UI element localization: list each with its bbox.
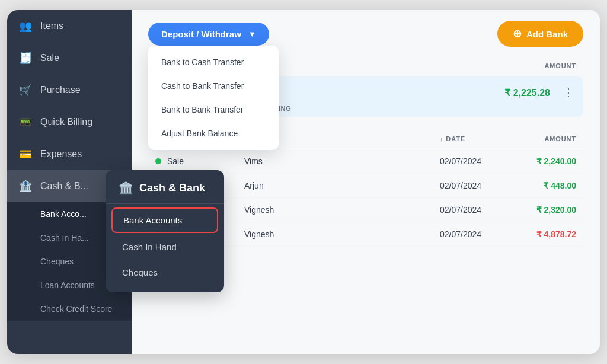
expenses-icon: 💳	[19, 148, 32, 161]
cashbank-popup-items: Bank AccountsCash In HandCheques	[106, 207, 224, 285]
tx-amount: ₹ 2,320.00	[517, 205, 576, 215]
sidebar-item-expenses[interactable]: 💳 Expenses	[7, 138, 132, 170]
tx-amount: ₹ 4,878.72	[517, 229, 576, 239]
sidebar-item-purchase[interactable]: 🛒 Purchase	[7, 74, 132, 106]
cashbank-popup-item-bank-accounts[interactable]: Bank Accounts	[111, 207, 218, 233]
add-bank-label: Add Bank	[526, 29, 568, 39]
cashbank-popup-header: 🏛️ Cash & Bank	[106, 181, 224, 204]
cashbank-popup: 🏛️ Cash & Bank Bank AccountsCash In Hand…	[106, 170, 224, 292]
tx-type: Sale	[167, 157, 244, 166]
plus-circle-icon: ⊕	[513, 27, 522, 40]
dropdown-bank-to-bank[interactable]: Bank to Bank Transfer	[148, 98, 279, 122]
cashbank-popup-title: Cash & Bank	[139, 182, 205, 194]
sidebar-item-cash-bank-label: Cash & B...	[40, 181, 88, 191]
tx-date: 02/07/2024	[440, 229, 517, 239]
cash-bank-icon: 🏦	[19, 180, 32, 193]
tx-name: Vims	[244, 157, 440, 166]
sidebar-item-purchase-label: Purchase	[40, 85, 81, 95]
sidebar-sub-check-credit-score[interactable]: Check Credit Score	[7, 297, 132, 321]
tx-name: Vignesh	[244, 229, 440, 239]
tx-name: Arjun	[244, 181, 440, 190]
tx-amount: ₹ 448.00	[517, 181, 576, 190]
app-container: 👥 Items 🧾 Sale 🛒 Purchase 📟 Quick Billin…	[7, 10, 600, 354]
dropdown-adjust-balance[interactable]: Adjust Bank Balance	[148, 122, 279, 145]
items-icon: 👥	[19, 20, 32, 33]
add-bank-button[interactable]: ⊕ Add Bank	[497, 21, 583, 47]
chevron-down-icon: ▼	[248, 30, 256, 39]
sidebar-item-items[interactable]: 👥 Items	[7, 10, 132, 42]
tx-date: 02/07/2024	[440, 181, 517, 190]
cashbank-popup-item-cheques[interactable]: Cheques	[106, 260, 224, 285]
sidebar-item-sale-label: Sale	[40, 53, 59, 63]
sidebar-item-sale[interactable]: 🧾 Sale	[7, 42, 132, 74]
dropdown-bank-to-cash[interactable]: Bank to Cash Transfer	[148, 50, 279, 74]
sidebar-item-expenses-label: Expenses	[40, 149, 82, 159]
amount-col-header: AMOUNT	[517, 135, 576, 142]
deposit-withdraw-label: Deposit / Withdraw	[161, 29, 241, 39]
status-dot	[155, 158, 161, 164]
cashbank-popup-icon: 🏛️	[119, 181, 133, 195]
dropdown-cash-to-bank[interactable]: Cash to Bank Transfer	[148, 74, 279, 98]
sale-icon: 🧾	[19, 52, 32, 65]
amount-col-header: AMOUNT	[544, 62, 576, 69]
tx-amount: ₹ 2,240.00	[517, 157, 576, 166]
cashbank-popup-item-cash-in-hand[interactable]: Cash In Hand	[106, 234, 224, 260]
sidebar-item-quick-billing-label: Quick Billing	[40, 117, 92, 127]
deposit-withdraw-button[interactable]: Deposit / Withdraw ▼	[148, 23, 269, 46]
quick-billing-icon: 📟	[19, 116, 32, 129]
tx-name: Vignesh	[244, 205, 440, 215]
date-col-header: ↓ DATE	[440, 135, 517, 142]
purchase-icon: 🛒	[19, 84, 32, 97]
tx-date: 02/07/2024	[440, 157, 517, 166]
tx-date: 02/07/2024	[440, 205, 517, 215]
bank-more-icon[interactable]: ⋮	[563, 86, 574, 99]
deposit-dropdown: Bank to Cash Transfer Cash to Bank Trans…	[148, 46, 279, 150]
sidebar-item-items-label: Items	[40, 21, 63, 31]
sidebar-item-quick-billing[interactable]: 📟 Quick Billing	[7, 106, 132, 138]
bank-account-amount: ₹ 2,225.28	[504, 87, 550, 98]
